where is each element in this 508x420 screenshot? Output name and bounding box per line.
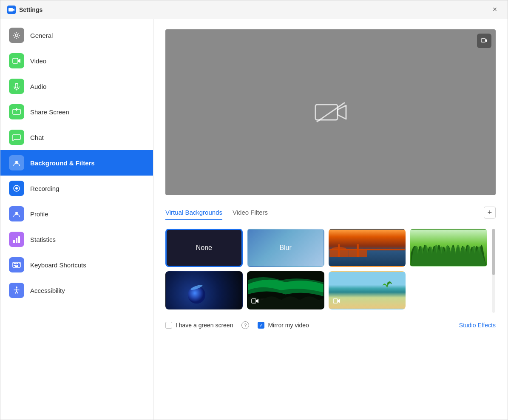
zoom-logo-icon xyxy=(7,6,16,14)
svg-rect-29 xyxy=(252,299,256,303)
background-beach[interactable] xyxy=(329,271,406,309)
scrollbar-thumb[interactable] xyxy=(492,229,495,275)
sidebar-label-accessibility: Accessibility xyxy=(30,287,65,294)
sidebar-label-statistics: Statistics xyxy=(30,236,56,243)
window-title: Settings xyxy=(19,6,43,13)
sidebar-label-background-filters: Background & Filters xyxy=(30,159,95,167)
mirror-video-label: Mirror my video xyxy=(268,322,309,329)
background-golden-gate[interactable] xyxy=(329,229,406,267)
video-icon xyxy=(9,53,24,68)
svg-rect-19 xyxy=(15,266,18,267)
svg-rect-12 xyxy=(14,263,15,264)
svg-rect-9 xyxy=(16,238,17,243)
background-blur[interactable]: Blur xyxy=(247,229,324,267)
close-icon: × xyxy=(493,5,497,14)
svg-rect-10 xyxy=(18,236,20,243)
svg-rect-13 xyxy=(15,263,17,264)
sidebar-item-recording[interactable]: Recording xyxy=(0,176,153,201)
mirror-video-checkbox[interactable] xyxy=(258,322,264,329)
svg-rect-23 xyxy=(481,39,485,42)
sidebar-label-recording: Recording xyxy=(30,185,59,192)
svg-rect-25 xyxy=(357,244,358,257)
sidebar-item-video[interactable]: Video xyxy=(0,48,153,74)
svg-rect-30 xyxy=(333,299,338,303)
sidebar-item-keyboard-shortcuts[interactable]: Keyboard Shortcuts xyxy=(0,252,153,278)
sidebar-label-general: General xyxy=(30,32,53,39)
sidebar-label-chat: Chat xyxy=(30,134,44,141)
sidebar-item-audio[interactable]: Audio xyxy=(0,74,153,99)
background-aurora[interactable] xyxy=(247,271,324,309)
tabs-row: Virtual Backgrounds Video Filters + xyxy=(165,205,496,220)
svg-line-22 xyxy=(317,103,344,122)
svg-point-1 xyxy=(15,34,18,37)
sidebar-item-profile[interactable]: Profile xyxy=(0,201,153,227)
scrollbar-track xyxy=(492,229,495,313)
tab-virtual-backgrounds[interactable]: Virtual Backgrounds xyxy=(165,205,222,220)
sidebar-label-keyboard-shortcuts: Keyboard Shortcuts xyxy=(30,261,86,269)
background-none[interactable]: None xyxy=(165,229,243,267)
profile-icon xyxy=(9,206,24,221)
sidebar-item-background-filters[interactable]: Background & Filters xyxy=(0,150,153,176)
bottom-bar: I have a green screen ? Mirror my video … xyxy=(165,321,496,329)
sidebar-label-video: Video xyxy=(30,57,46,65)
svg-rect-8 xyxy=(13,240,15,243)
mirror-video-checkbox-label[interactable]: Mirror my video xyxy=(258,322,309,329)
recording-icon xyxy=(9,181,24,196)
svg-rect-18 xyxy=(17,265,18,266)
sidebar-item-accessibility[interactable]: Accessibility xyxy=(0,278,153,303)
svg-rect-16 xyxy=(14,265,15,266)
svg-rect-14 xyxy=(17,263,18,264)
keyboard-icon xyxy=(9,257,24,272)
video-preview xyxy=(165,29,496,195)
close-button[interactable]: × xyxy=(489,4,501,16)
title-bar-left: Settings xyxy=(7,6,43,14)
svg-rect-15 xyxy=(19,263,20,264)
svg-rect-17 xyxy=(15,265,17,266)
right-panel: Virtual Backgrounds Video Filters + None… xyxy=(153,19,508,420)
sidebar-item-general[interactable]: General xyxy=(0,23,153,48)
svg-rect-21 xyxy=(315,105,338,120)
preview-corner-button[interactable] xyxy=(477,34,491,48)
studio-effects-link[interactable]: Studio Effects xyxy=(459,322,496,329)
sidebar-label-share-screen: Share Screen xyxy=(30,108,69,116)
svg-point-4 xyxy=(15,161,18,163)
svg-rect-2 xyxy=(13,58,18,63)
background-blur-label: Blur xyxy=(279,244,291,252)
background-grass[interactable] xyxy=(410,229,487,267)
title-bar: Settings × xyxy=(0,0,508,19)
background-space[interactable] xyxy=(165,271,243,309)
add-background-button[interactable]: + xyxy=(484,207,496,219)
svg-rect-24 xyxy=(338,244,339,257)
settings-window: Settings × General xyxy=(0,0,508,420)
sidebar: General Video xyxy=(0,19,153,420)
green-screen-checkbox[interactable] xyxy=(165,322,172,329)
sidebar-label-profile: Profile xyxy=(30,210,48,218)
sidebar-label-audio: Audio xyxy=(30,83,46,90)
sidebar-item-chat[interactable]: Chat xyxy=(0,125,153,150)
accessibility-icon xyxy=(9,283,24,298)
camera-off-icon xyxy=(314,99,348,125)
green-screen-checkbox-label[interactable]: I have a green screen xyxy=(165,322,233,329)
backgrounds-grid: None Blur xyxy=(165,229,487,309)
sidebar-item-share-screen[interactable]: Share Screen xyxy=(0,99,153,125)
green-screen-help-icon[interactable]: ? xyxy=(241,321,249,329)
main-content: General Video xyxy=(0,19,508,420)
background-none-label: None xyxy=(196,244,212,252)
tab-video-filters[interactable]: Video Filters xyxy=(233,205,268,220)
green-screen-label: I have a green screen xyxy=(176,322,233,329)
svg-point-7 xyxy=(15,212,18,214)
backgrounds-grid-wrapper: None Blur xyxy=(165,229,496,313)
svg-point-20 xyxy=(16,287,17,288)
share-screen-icon xyxy=(9,104,24,119)
audio-icon xyxy=(9,79,24,94)
background-filters-icon xyxy=(9,155,24,170)
general-icon xyxy=(9,28,24,43)
sidebar-item-statistics[interactable]: Statistics xyxy=(0,227,153,252)
chat-icon xyxy=(9,130,24,145)
svg-point-6 xyxy=(15,187,18,190)
statistics-icon xyxy=(9,232,24,247)
